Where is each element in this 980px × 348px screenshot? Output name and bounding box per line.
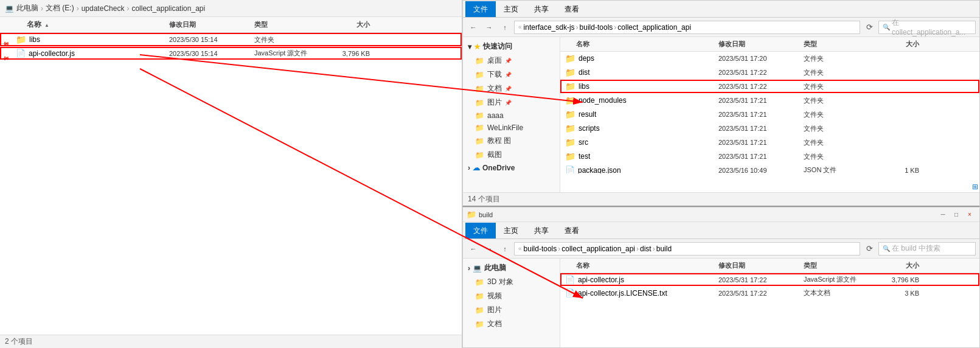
table-row[interactable]: 📁 libs 2023/5/31 17:22 文件夹 (560, 80, 979, 94)
col-header-size[interactable]: 大小 (327, 20, 376, 29)
close-button[interactable]: × (964, 209, 976, 221)
pc-icon: 💻 (473, 264, 482, 273)
pc-icon: 💻 (5, 4, 14, 13)
sidebar-item-pictures-bottom[interactable]: 📁 图片 (463, 303, 560, 317)
col-header-size[interactable]: 大小 (877, 261, 925, 270)
pin-icon: 📌 (505, 100, 512, 106)
sidebar-item-screenshot[interactable]: 📁 截图 (463, 148, 560, 162)
sidebar-item-label: 图片 (487, 305, 502, 315)
tab-file[interactable]: 文件 (465, 1, 496, 17)
forward-button[interactable]: → (482, 21, 496, 34)
file-type-cell: 文件夹 (804, 124, 877, 133)
folder-icon: 📁 (565, 124, 575, 133)
folder-icon: 📁 (475, 278, 484, 287)
folder-icon: 📁 (565, 96, 575, 105)
table-row[interactable]: 📁 result 2023/5/31 17:21 文件夹 (560, 108, 979, 122)
up-button-bottom[interactable]: ↑ (498, 242, 512, 256)
sidebar-item-downloads[interactable]: 📁 下载 📌 (463, 68, 560, 82)
col-header-date[interactable]: 修改日期 (169, 20, 254, 29)
col-header-name[interactable]: 名称 ▲ (11, 19, 169, 30)
sidebar-item-pictures[interactable]: 📁 图片 📌 (463, 96, 560, 110)
tab-view-bottom[interactable]: 查看 (557, 223, 587, 238)
file-name-cell: 📁 result (560, 110, 718, 119)
sidebar-item-label: aaaa (487, 111, 504, 120)
up-button[interactable]: ↑ (498, 21, 512, 34)
this-pc-header[interactable]: › 💻 此电脑 (463, 261, 560, 275)
address-text: build (656, 245, 672, 253)
file-name-text: libs (29, 35, 40, 44)
tab-share-bottom[interactable]: 共享 (526, 223, 557, 238)
file-date-cell: 2023/5/30 15:14 (169, 50, 254, 57)
table-row[interactable]: 📁 test 2023/5/31 17:21 文件夹 (560, 150, 979, 164)
tab-home[interactable]: 主页 (496, 1, 526, 17)
file-size-cell: 1 KB (877, 167, 925, 174)
table-row[interactable]: 📄 api-collector.js 2023/5/30 15:14 JavaS… (0, 47, 462, 60)
table-row[interactable]: 📁 scripts 2023/5/31 17:21 文件夹 (560, 122, 979, 136)
left-status-bar: 2 个项目 (0, 335, 462, 348)
col-header-date[interactable]: 修改日期 (718, 261, 804, 270)
tab-home-bottom[interactable]: 主页 (496, 223, 526, 238)
pin-icon-1[interactable]: 📌 (0, 37, 11, 51)
pin-icon-2[interactable]: 📌 (0, 51, 11, 66)
sidebar-item-docs[interactable]: 📁 文档 📌 (463, 82, 560, 96)
tab-file-bottom[interactable]: 文件 (465, 223, 496, 238)
file-type-cell: 文件夹 (804, 82, 877, 91)
bottom-address-input[interactable]: « build-tools › collect_application_api … (514, 242, 860, 256)
sidebar-item-aaaa[interactable]: 📁 aaaa (463, 110, 560, 122)
sidebar-item-3d[interactable]: 📁 3D 对象 (463, 275, 560, 289)
col-header-type[interactable]: 类型 (804, 40, 877, 49)
file-date-cell: 2023/5/31 17:20 (718, 55, 804, 62)
sidebar-item-tutorial[interactable]: 📁 教程 图 (463, 134, 560, 148)
col-header-type[interactable]: 类型 (804, 261, 877, 270)
col-header-size[interactable]: 大小 (877, 40, 925, 49)
tab-share[interactable]: 共享 (526, 1, 557, 17)
forward-button-bottom[interactable]: → (482, 242, 496, 256)
back-button[interactable]: ← (467, 21, 480, 34)
breadcrumb-part[interactable]: 文档 (E:) (46, 3, 74, 13)
table-row[interactable]: 📁 node_modules 2023/5/31 17:21 文件夹 (560, 94, 979, 108)
file-date-cell: 2023/5/31 17:21 (718, 125, 804, 132)
onedrive-header[interactable]: › ☁ OneDrive (463, 162, 560, 174)
file-type-cell: 文件夹 (804, 138, 877, 147)
refresh-button-bottom[interactable]: ⟳ (863, 242, 876, 256)
table-row[interactable]: 📄 package.json 2023/5/16 10:49 JSON 文件 1… (560, 164, 979, 173)
file-type-cell: 文本文档 (804, 288, 877, 298)
col-header-date[interactable]: 修改日期 (718, 40, 804, 49)
top-file-list-header: 名称 修改日期 类型 大小 (560, 37, 979, 52)
breadcrumb-part[interactable]: 此电脑 (16, 3, 38, 13)
back-button-bottom[interactable]: ← (467, 242, 480, 256)
bottom-search-box[interactable]: 🔍 在 build 中搜索 (878, 242, 976, 256)
minimize-button[interactable]: ─ (937, 209, 949, 221)
table-row[interactable]: 📁 libs 2023/5/30 15:14 文件夹 (0, 33, 462, 47)
file-name-text: test (579, 152, 590, 161)
address-text: build-tools (580, 23, 613, 32)
top-search-box[interactable]: 🔍 在 collect_application_a... (878, 21, 976, 34)
maximize-button[interactable]: □ (950, 209, 962, 221)
tab-view[interactable]: 查看 (557, 1, 587, 17)
sidebar-item-label: 文档 (487, 319, 502, 329)
table-row[interactable]: 📄 api-collector.js.LICENSE.txt 2023/5/31… (560, 287, 979, 300)
sidebar-item-desktop[interactable]: 📁 桌面 📌 (463, 54, 560, 68)
left-file-list: 📁 libs 2023/5/30 15:14 文件夹 📄 api-collect… (0, 33, 462, 335)
table-row[interactable]: 📁 deps 2023/5/31 17:20 文件夹 (560, 52, 979, 66)
sidebar-item-label: WeLinkFile (487, 124, 523, 132)
refresh-button[interactable]: ⟳ (863, 21, 876, 34)
top-address-input[interactable]: « interface_sdk-js › build-tools › colle… (514, 21, 860, 34)
grid-icon[interactable]: ⊞ (972, 183, 978, 191)
file-name-text: dist (579, 68, 590, 77)
top-nav-sidebar: ▾ ★ 快速访问 📁 桌面 📌 📁 下载 📌 📁 文档 📌 (463, 37, 560, 192)
breadcrumb-part[interactable]: collect_application_api (131, 4, 205, 13)
sidebar-item-welink[interactable]: 📁 WeLinkFile (463, 122, 560, 134)
col-header-name[interactable]: 名称 (560, 40, 718, 49)
quick-access-header[interactable]: ▾ ★ 快速访问 (463, 40, 560, 54)
col-header-name[interactable]: 名称 (560, 261, 718, 270)
table-row[interactable]: 📁 dist 2023/5/31 17:22 文件夹 (560, 66, 979, 80)
breadcrumb-part[interactable]: updateCheck (82, 4, 125, 13)
sidebar-item-docs-bottom[interactable]: 📁 文档 (463, 317, 560, 331)
table-row[interactable]: 📄 api-collector.js 2023/5/31 17:22 JavaS… (560, 273, 979, 287)
bottom-address-bar: ← → ↑ « build-tools › collect_applicatio… (463, 239, 979, 259)
file-name-text: libs (579, 82, 589, 91)
sidebar-item-video[interactable]: 📁 视频 (463, 289, 560, 303)
col-header-type[interactable]: 类型 (254, 20, 327, 29)
table-row[interactable]: 📁 src 2023/5/31 17:21 文件夹 (560, 136, 979, 150)
